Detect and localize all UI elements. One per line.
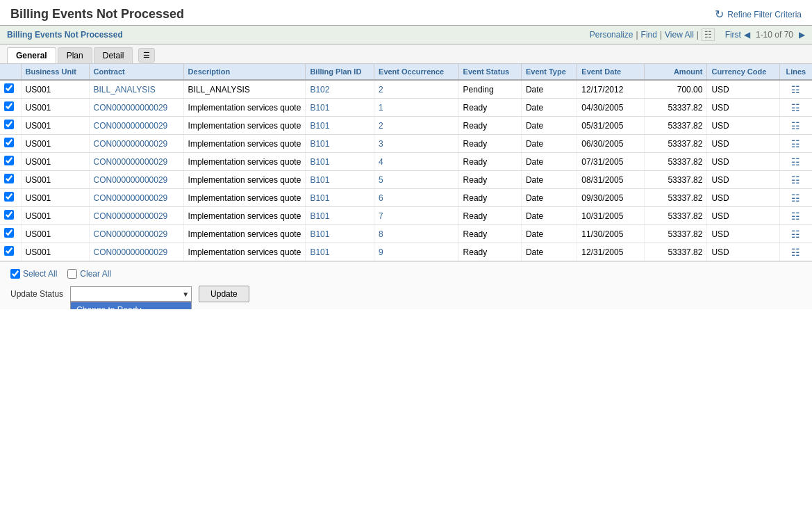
event-occurrence-link[interactable]: 2 (379, 121, 383, 131)
contract-link[interactable]: BILL_ANALYSIS (94, 85, 156, 95)
cell-billing-plan-id: B102 (306, 80, 374, 99)
contract-link[interactable]: CON000000000029 (94, 121, 168, 131)
cell-currency-code: USD (707, 117, 779, 135)
tab-detail[interactable]: Detail (94, 47, 133, 63)
event-occurrence-link[interactable]: 6 (379, 193, 383, 203)
lines-icon[interactable]: ☷ (791, 174, 800, 186)
tab-general[interactable]: General (7, 47, 56, 63)
lines-icon[interactable]: ☷ (791, 120, 800, 131)
event-occurrence-link[interactable]: 7 (379, 211, 383, 221)
view-all-link[interactable]: View All (665, 30, 694, 40)
billing-plan-link[interactable]: B101 (310, 193, 329, 203)
cell-event-date: 06/30/2005 (577, 135, 644, 153)
billing-plan-link[interactable]: B101 (310, 229, 329, 239)
row-checkbox[interactable] (4, 174, 14, 183)
billing-plan-link[interactable]: B102 (310, 85, 329, 95)
cell-description: Implementation services quote (183, 207, 306, 225)
select-all-checkbox[interactable] (10, 269, 20, 279)
refine-filter-link[interactable]: Refine Filter Criteria (727, 10, 802, 19)
event-occurrence-link[interactable]: 5 (379, 175, 383, 185)
event-occurrence-link[interactable]: 3 (379, 139, 383, 149)
lines-icon[interactable]: ☷ (791, 138, 800, 149)
billing-plan-link[interactable]: B101 (310, 157, 329, 167)
clear-all-checkbox[interactable] (67, 269, 77, 279)
cell-event-date: 12/17/2012 (577, 80, 644, 99)
update-status-dropdown-wrapper: Change to Ready ▼ Change to Ready (70, 286, 192, 302)
tab-plan[interactable]: Plan (58, 47, 92, 63)
contract-link[interactable]: CON000000000029 (94, 211, 168, 221)
cell-billing-plan-id: B101 (306, 153, 374, 171)
row-checkbox[interactable] (4, 210, 14, 220)
tabs-bar: General Plan Detail ☰ (0, 44, 812, 64)
event-occurrence-link[interactable]: 1 (379, 103, 383, 113)
col-header-checkbox (0, 64, 21, 80)
lines-icon[interactable]: ☷ (791, 102, 800, 113)
cell-currency-code: USD (707, 207, 779, 225)
cell-billing-plan-id: B101 (306, 225, 374, 243)
col-header-event-occurrence: Event Occurrence (374, 64, 459, 80)
lines-icon[interactable]: ☷ (791, 211, 800, 222)
row-checkbox[interactable] (4, 228, 14, 238)
billing-plan-link[interactable]: B101 (310, 247, 329, 257)
col-header-event-type: Event Type (521, 64, 577, 80)
page-header: Billing Events Not Processed ↻ Refine Fi… (0, 0, 812, 25)
table-row: US001CON000000000029Implementation servi… (0, 207, 812, 225)
billing-plan-link[interactable]: B101 (310, 139, 329, 149)
cell-contract: CON000000000029 (89, 135, 183, 153)
event-occurrence-link[interactable]: 8 (379, 229, 383, 239)
lines-icon[interactable]: ☷ (791, 247, 800, 258)
cell-description: Implementation services quote (183, 243, 306, 261)
row-checkbox[interactable] (4, 120, 14, 129)
contract-link[interactable]: CON000000000029 (94, 229, 168, 239)
billing-plan-link[interactable]: B101 (310, 103, 329, 113)
col-header-event-status: Event Status (458, 64, 521, 80)
refine-link-area: ↻ Refine Filter Criteria (715, 8, 802, 21)
cell-event-occurrence: 1 (374, 99, 459, 117)
row-checkbox[interactable] (4, 156, 14, 165)
cell-lines: ☷ (779, 135, 812, 153)
contract-link[interactable]: CON000000000029 (94, 139, 168, 149)
contract-link[interactable]: CON000000000029 (94, 175, 168, 185)
update-button[interactable]: Update (199, 286, 249, 302)
dropdown-list: Change to Ready (70, 302, 192, 309)
row-checkbox[interactable] (4, 83, 14, 93)
billing-plan-link[interactable]: B101 (310, 121, 329, 131)
update-status-select[interactable]: Change to Ready (70, 286, 192, 302)
cell-contract: CON000000000029 (89, 99, 183, 117)
contract-link[interactable]: CON000000000029 (94, 193, 168, 203)
event-occurrence-link[interactable]: 2 (379, 85, 383, 95)
customize-columns-icon[interactable]: ☰ (138, 48, 155, 63)
contract-link[interactable]: CON000000000029 (94, 247, 168, 257)
billing-plan-link[interactable]: B101 (310, 211, 329, 221)
dropdown-list-item-change-to-ready[interactable]: Change to Ready (71, 302, 191, 309)
billing-plan-link[interactable]: B101 (310, 175, 329, 185)
lines-icon[interactable]: ☷ (791, 156, 800, 167)
event-occurrence-link[interactable]: 4 (379, 157, 383, 167)
grid-icon[interactable]: ☷ (702, 28, 715, 41)
cell-bu: US001 (21, 117, 89, 135)
personalize-link[interactable]: Personalize (590, 30, 633, 40)
cell-lines: ☷ (779, 243, 812, 261)
refresh-icon[interactable]: ↻ (715, 8, 724, 21)
pagination-prev[interactable]: ◀ (744, 30, 750, 40)
row-checkbox[interactable] (4, 192, 14, 202)
row-checkbox[interactable] (4, 246, 14, 256)
pagination-next[interactable]: ▶ (799, 30, 805, 40)
row-checkbox[interactable] (4, 101, 14, 111)
pagination-first[interactable]: First (725, 30, 741, 40)
cell-event-type: Date (521, 153, 577, 171)
select-all-label[interactable]: Select All (10, 269, 57, 279)
cell-lines: ☷ (779, 207, 812, 225)
row-checkbox[interactable] (4, 138, 14, 147)
cell-event-type: Date (521, 171, 577, 189)
lines-icon[interactable]: ☷ (791, 229, 800, 240)
contract-link[interactable]: CON000000000029 (94, 103, 168, 113)
table-row: US001CON000000000029Implementation servi… (0, 117, 812, 135)
lines-icon[interactable]: ☷ (791, 193, 800, 204)
lines-icon[interactable]: ☷ (791, 84, 800, 95)
find-link[interactable]: Find (641, 30, 657, 40)
contract-link[interactable]: CON000000000029 (94, 157, 168, 167)
clear-all-label[interactable]: Clear All (67, 269, 111, 279)
table-row: US001BILL_ANALYSISBILL_ANALYSISB1022Pend… (0, 80, 812, 99)
event-occurrence-link[interactable]: 9 (379, 247, 383, 257)
